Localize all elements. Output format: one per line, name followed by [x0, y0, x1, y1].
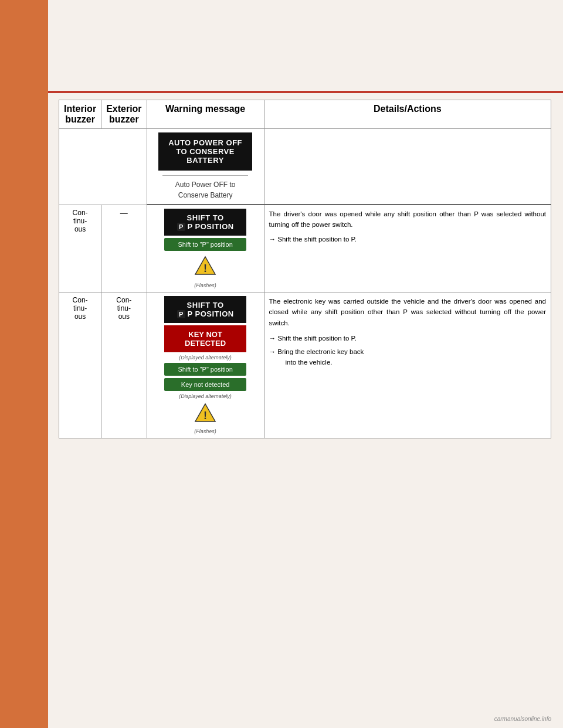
- row2-warning-triangle: !: [152, 403, 259, 425]
- row1-shift-green: Shift to "P" position: [164, 238, 246, 251]
- svg-text:P: P: [179, 311, 184, 318]
- header-warning-message: Warning message: [147, 100, 264, 129]
- row2-interior-buzzer: Con- tinu- ous: [59, 292, 101, 438]
- auto-power-text: Auto Power OFF to Conserve Battery: [152, 179, 259, 200]
- header-exterior-buzzer: Exterior buzzer: [101, 100, 147, 129]
- row1-warning-triangle: !: [152, 256, 259, 278]
- row2-warning-cell: SHIFT TO P P POSITION KEY NOT DETECTED: [147, 292, 264, 438]
- row1: Con- tinu- ous — SHIFT TO P P POSITION: [59, 205, 551, 292]
- row2-displayed-alternately1: (Displayed alternately): [152, 355, 259, 360]
- svg-text:!: !: [204, 263, 207, 274]
- row1-shift-display: SHIFT TO P P POSITION: [164, 209, 246, 236]
- p-icon: P: [177, 223, 185, 231]
- row2-flashes: (Flashes): [152, 428, 259, 434]
- row2-shift-display: SHIFT TO P P POSITION: [164, 296, 246, 323]
- row2-exterior-buzzer: Con- tinu- ous: [101, 292, 147, 438]
- auto-power-buzzer-cell: [59, 129, 147, 205]
- row2-details: The electronic key was carried outside t…: [264, 292, 551, 438]
- svg-text:!: !: [204, 410, 207, 421]
- top-bar: [48, 91, 563, 93]
- row1-flashes: (Flashes): [152, 283, 259, 288]
- orange-sidebar: [0, 0, 48, 728]
- row2-key-not-detected-display: KEY NOT DETECTED: [164, 325, 246, 352]
- row2: Con- tinu- ous Con- tinu- ous SHIFT TO P: [59, 292, 551, 438]
- row2-key-not-detected-green: Key not detected: [164, 378, 246, 391]
- header-row: Interior buzzer Exterior buzzer Warning …: [59, 100, 551, 129]
- header-interior-buzzer: Interior buzzer: [59, 100, 101, 129]
- row2-shift-green: Shift to "P" position: [164, 363, 246, 376]
- auto-power-display: AUTO POWER OFF TO CONSERVE BATTERY: [158, 132, 252, 171]
- row2-displayed-alternately2: (Displayed alternately): [152, 393, 259, 399]
- auto-power-row: AUTO POWER OFF TO CONSERVE BATTERY Auto …: [59, 129, 551, 205]
- row1-exterior-buzzer: —: [101, 205, 147, 292]
- row2-p-icon: P: [177, 310, 185, 318]
- content-area: Interior buzzer Exterior buzzer Warning …: [59, 100, 551, 693]
- row1-warning-cell: SHIFT TO P P POSITION Shift to "P" posit…: [147, 205, 264, 292]
- main-table: Interior buzzer Exterior buzzer Warning …: [59, 100, 551, 438]
- auto-power-warning-cell: AUTO POWER OFF TO CONSERVE BATTERY Auto …: [147, 129, 264, 205]
- row1-interior-buzzer: Con- tinu- ous: [59, 205, 101, 292]
- watermark: carmanualsonline.info: [494, 716, 551, 722]
- auto-power-details-cell: [264, 129, 551, 205]
- svg-text:P: P: [179, 223, 184, 230]
- row1-details: The driver's door was opened while any s…: [264, 205, 551, 292]
- header-details-actions: Details/Actions: [264, 100, 551, 129]
